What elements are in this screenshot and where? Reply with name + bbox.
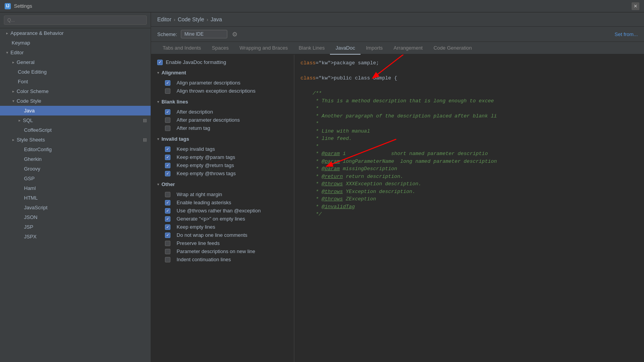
sidebar-item-gsp[interactable]: GSP [0, 174, 151, 183]
option-label-keep-empty-throws: Keep empty @throws tags [177, 171, 236, 176]
checkbox-align-param[interactable] [165, 80, 170, 86]
sidebar-label-haml: Haml [24, 185, 36, 191]
search-input[interactable] [4, 16, 147, 25]
tab-tabs-indents[interactable]: Tabs and Indents [157, 42, 206, 55]
checkbox-no-wrap-one-line[interactable] [165, 233, 170, 238]
code-line-14: * @param missingDescription [301, 165, 638, 173]
checkbox-keep-empty-throws[interactable] [165, 171, 170, 176]
option-label-param-new-line: Parameter descriptions on new line [177, 248, 255, 254]
checkbox-after-param[interactable] [165, 117, 170, 123]
checkbox-use-throws[interactable] [165, 208, 170, 214]
window-title: Settings [14, 3, 32, 9]
checkbox-enable-asterisks[interactable] [165, 200, 170, 205]
enable-javadoc-checkbox[interactable] [157, 60, 163, 65]
breadcrumb: Editor › Code Style › Java [151, 12, 644, 27]
tab-arrangement[interactable]: Arrangement [388, 42, 428, 55]
gear-icon[interactable]: ⚙ [232, 31, 237, 38]
sidebar-item-sql[interactable]: ▸SQL▤ [0, 115, 151, 125]
option-label-preserve-feeds: Preserve line feeds [177, 240, 220, 246]
tab-spaces[interactable]: Spaces [206, 42, 234, 55]
sidebar-item-font[interactable]: Font [0, 77, 151, 86]
section-title-blank-lines: Blank lines [161, 99, 188, 105]
breadcrumb-code-style: Code Style [178, 16, 204, 22]
sidebar-item-groovy[interactable]: Groovy [0, 164, 151, 174]
checkbox-param-new-line[interactable] [165, 249, 170, 254]
checkbox-keep-empty-return[interactable] [165, 163, 170, 168]
scheme-label: Scheme: [157, 31, 177, 37]
sidebar-item-jspx[interactable]: JSPX [0, 232, 151, 241]
code-line-6: * [301, 105, 638, 112]
sidebar-label-sql: SQL [23, 117, 33, 123]
option-row-use-throws: Use @throws rather than @exception [157, 207, 288, 215]
section-header-blank-lines[interactable]: ▾Blank lines [157, 99, 288, 105]
section-toggle-alignment: ▾ [157, 71, 159, 75]
content-area: Enable JavaDoc formatting ▾AlignmentAlig… [151, 55, 644, 362]
sidebar-item-coffeescript[interactable]: CoffeeScript [0, 125, 151, 135]
sidebar-item-color-scheme[interactable]: ▸Color Scheme [0, 86, 151, 96]
sidebar-label-font: Font [18, 79, 28, 84]
code-line-7: * Another paragraph of the description p… [301, 112, 638, 120]
close-button[interactable]: ✕ [632, 2, 639, 10]
settings-sections: ▾AlignmentAlign parameter descriptionsAl… [157, 70, 288, 264]
tab-blank-lines[interactable]: Blank Lines [293, 42, 330, 55]
option-label-after-desc: After description [177, 109, 213, 115]
option-label-keep-empty-return: Keep empty @return tags [177, 162, 234, 168]
set-from-link[interactable]: Set from... [615, 31, 638, 37]
scheme-bar: Scheme: Mine IDE ⚙ Set from... [151, 27, 644, 42]
tab-wrapping[interactable]: Wrapping and Braces [234, 42, 293, 55]
sidebar-item-json[interactable]: JSON [0, 212, 151, 222]
option-row-param-new-line: Parameter descriptions on new line [157, 247, 288, 255]
sidebar-item-appearance[interactable]: ▸Appearance & Behavior [0, 28, 151, 38]
sidebar-item-jsp[interactable]: JSP [0, 222, 151, 232]
section-header-other[interactable]: ▾Other [157, 181, 288, 187]
checkbox-wrap-right[interactable] [165, 192, 170, 197]
checkbox-keep-empty-param[interactable] [165, 155, 170, 160]
code-line-17: * @throws YException description. [301, 188, 638, 196]
tab-javadoc[interactable]: JavaDoc [330, 42, 361, 55]
sidebar-label-jspx: JSPX [24, 234, 37, 240]
sidebar-label-groovy: Groovy [24, 166, 40, 172]
section-toggle-invalid-tags: ▾ [157, 137, 159, 141]
breadcrumb-sep-1: › [174, 17, 175, 22]
sidebar-tree: ▸Appearance & BehaviorKeymap▾Editor▸Gene… [0, 28, 151, 241]
checkbox-preserve-feeds[interactable] [165, 241, 170, 246]
tab-code-generation[interactable]: Code Generation [428, 42, 477, 55]
sidebar-item-javascript[interactable]: JavaScript [0, 203, 151, 212]
sidebar-item-general[interactable]: ▸General [0, 57, 151, 67]
code-line-0: class="kw">package sample; [301, 59, 638, 67]
sidebar-item-code-editing[interactable]: Code Editing [0, 67, 151, 77]
sidebar-item-haml[interactable]: Haml [0, 183, 151, 193]
sidebar-item-code-style[interactable]: ▾Code Style [0, 96, 151, 106]
option-row-align-thrown: Align thrown exception descriptions [157, 87, 288, 95]
sidebar-item-html[interactable]: HTML [0, 193, 151, 203]
sidebar-item-java[interactable]: Java [0, 106, 151, 115]
section-header-alignment[interactable]: ▾Alignment [157, 70, 288, 76]
checkbox-keep-invalid[interactable] [165, 147, 170, 152]
section-title-invalid-tags: Invalid tags [161, 136, 189, 142]
sidebar-label-jsp: JSP [24, 224, 33, 230]
sidebar-item-style-sheets[interactable]: ▸Style Sheets▤ [0, 135, 151, 145]
checkbox-after-return[interactable] [165, 126, 170, 131]
sidebar-label-editor-config: EditorConfig [24, 147, 52, 152]
tab-imports[interactable]: Imports [361, 42, 388, 55]
sidebar-item-keymap[interactable]: Keymap [0, 38, 151, 48]
sidebar-item-gherkin[interactable]: Gherkin [0, 154, 151, 164]
sidebar-item-editor[interactable]: ▾Editor [0, 48, 151, 57]
title-bar: IJ Settings ✕ [0, 0, 644, 12]
code-line-18: * @throws ZException [301, 195, 638, 203]
sidebar-item-editor-config[interactable]: EditorConfig [0, 145, 151, 154]
scheme-dropdown[interactable]: Mine IDE [181, 30, 227, 38]
section-title-other: Other [161, 181, 175, 187]
checkbox-gen-p-empty[interactable] [165, 216, 170, 222]
sidebar-label-editor: Editor [10, 50, 24, 55]
checkbox-indent-continuation[interactable] [165, 257, 170, 262]
option-label-keep-invalid: Keep invalid tags [177, 146, 215, 152]
checkbox-align-thrown[interactable] [165, 88, 170, 94]
section-header-invalid-tags[interactable]: ▾Invalid tags [157, 136, 288, 142]
code-line-2: class="kw">public class Sample { [301, 74, 638, 82]
settings-icon-style-sheets: ▤ [143, 137, 147, 142]
code-line-13: * @param longParameterName long named pa… [301, 158, 638, 165]
checkbox-after-desc[interactable] [165, 109, 170, 115]
option-row-keep-empty-return: Keep empty @return tags [157, 161, 288, 169]
checkbox-keep-empty-lines[interactable] [165, 224, 170, 230]
